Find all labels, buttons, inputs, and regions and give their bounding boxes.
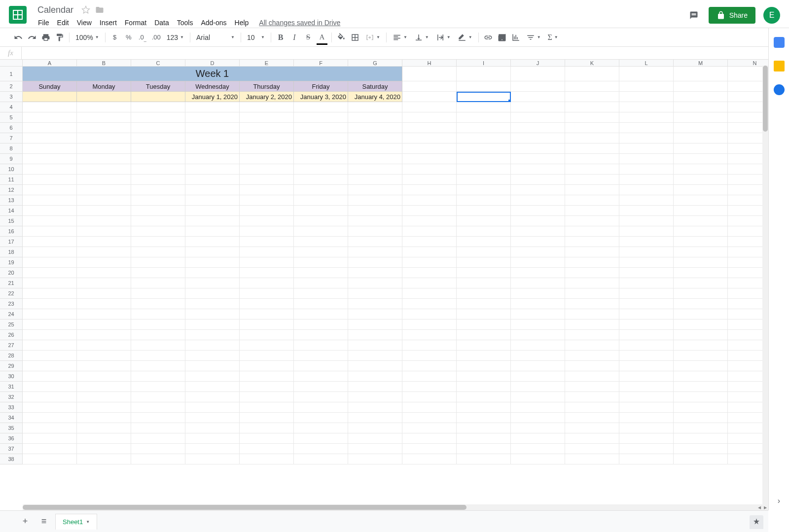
cell-L2[interactable] — [619, 81, 674, 92]
cell-I31[interactable] — [457, 382, 511, 392]
cell-M5[interactable] — [674, 112, 728, 123]
cell-E13[interactable] — [240, 195, 294, 206]
cell-E26[interactable] — [240, 330, 294, 340]
scroll-left-icon[interactable]: ◀ — [756, 504, 762, 510]
cell-J26[interactable] — [511, 330, 565, 340]
column-header-D[interactable]: D — [185, 60, 240, 67]
cell-C2[interactable]: Tuesday — [131, 81, 185, 92]
cell-J28[interactable] — [511, 351, 565, 361]
cell-B4[interactable] — [77, 102, 131, 112]
cell-B16[interactable] — [77, 226, 131, 237]
cell-E14[interactable] — [240, 206, 294, 216]
cell-J17[interactable] — [511, 237, 565, 247]
cell-K26[interactable] — [565, 330, 619, 340]
percent-icon[interactable]: % — [122, 31, 135, 44]
row-header-25[interactable]: 25 — [0, 319, 23, 330]
cell-I13[interactable] — [457, 195, 511, 206]
cell-A32[interactable] — [23, 392, 77, 402]
cell-K34[interactable] — [565, 413, 619, 423]
cell-B5[interactable] — [77, 112, 131, 123]
chart-icon[interactable] — [509, 31, 522, 44]
functions-dropdown[interactable]: Σ▼ — [545, 31, 561, 44]
cell-K10[interactable] — [565, 164, 619, 175]
cell-I36[interactable] — [457, 433, 511, 444]
cell-J12[interactable] — [511, 185, 565, 195]
cell-G16[interactable] — [348, 226, 402, 237]
cell-G17[interactable] — [348, 237, 402, 247]
cell-J30[interactable] — [511, 371, 565, 382]
all-sheets-button[interactable]: ≡ — [36, 514, 51, 529]
cell-D19[interactable] — [185, 257, 240, 268]
cell-E2[interactable]: Thursday — [240, 81, 294, 92]
cell-K11[interactable] — [565, 175, 619, 185]
cell-K2[interactable] — [565, 81, 619, 92]
column-header-M[interactable]: M — [674, 60, 728, 67]
cell-B12[interactable] — [77, 185, 131, 195]
cell-E8[interactable] — [240, 143, 294, 154]
cell-B38[interactable] — [77, 454, 131, 464]
cell-B30[interactable] — [77, 371, 131, 382]
cell-K25[interactable] — [565, 319, 619, 330]
cell-C15[interactable] — [131, 216, 185, 226]
column-header-F[interactable]: F — [294, 60, 348, 67]
cell-D21[interactable] — [185, 278, 240, 288]
cell-C19[interactable] — [131, 257, 185, 268]
font-size-dropdown[interactable]: 10▼ — [244, 31, 268, 44]
column-header-B[interactable]: B — [77, 60, 131, 67]
cell-E4[interactable] — [240, 102, 294, 112]
cell-F26[interactable] — [294, 330, 348, 340]
cell-A37[interactable] — [23, 444, 77, 454]
cell-I26[interactable] — [457, 330, 511, 340]
cell-G12[interactable] — [348, 185, 402, 195]
cell-H19[interactable] — [402, 257, 457, 268]
cell-J34[interactable] — [511, 413, 565, 423]
cell-C23[interactable] — [131, 299, 185, 309]
cell-C33[interactable] — [131, 402, 185, 413]
cell-M11[interactable] — [674, 175, 728, 185]
cell-B13[interactable] — [77, 195, 131, 206]
move-folder-icon[interactable] — [95, 5, 104, 14]
cell-D33[interactable] — [185, 402, 240, 413]
menu-help[interactable]: Help — [231, 17, 252, 29]
cell-F9[interactable] — [294, 154, 348, 164]
cell-A25[interactable] — [23, 319, 77, 330]
cell-H24[interactable] — [402, 309, 457, 319]
row-header-15[interactable]: 15 — [0, 216, 23, 226]
cell-L13[interactable] — [619, 195, 674, 206]
cell-B11[interactable] — [77, 175, 131, 185]
cell-F38[interactable] — [294, 454, 348, 464]
cell-L8[interactable] — [619, 143, 674, 154]
text-color-button[interactable]: A — [316, 31, 328, 44]
cell-M4[interactable] — [674, 102, 728, 112]
cell-A5[interactable] — [23, 112, 77, 123]
cell-D6[interactable] — [185, 123, 240, 133]
cell-K19[interactable] — [565, 257, 619, 268]
cell-F14[interactable] — [294, 206, 348, 216]
cell-A38[interactable] — [23, 454, 77, 464]
cell-G36[interactable] — [348, 433, 402, 444]
cell-H18[interactable] — [402, 247, 457, 257]
cell-I24[interactable] — [457, 309, 511, 319]
cell-I2[interactable] — [457, 81, 511, 92]
row-header-11[interactable]: 11 — [0, 175, 23, 185]
cell-C17[interactable] — [131, 237, 185, 247]
cell-G32[interactable] — [348, 392, 402, 402]
row-header-26[interactable]: 26 — [0, 330, 23, 340]
cell-M25[interactable] — [674, 319, 728, 330]
cell-M1[interactable] — [674, 67, 728, 81]
cell-G25[interactable] — [348, 319, 402, 330]
row-header-33[interactable]: 33 — [0, 402, 23, 413]
cell-E25[interactable] — [240, 319, 294, 330]
cell-D29[interactable] — [185, 361, 240, 371]
cell-A17[interactable] — [23, 237, 77, 247]
cell-C27[interactable] — [131, 340, 185, 351]
cell-G10[interactable] — [348, 164, 402, 175]
cell-F28[interactable] — [294, 351, 348, 361]
row-header-29[interactable]: 29 — [0, 361, 23, 371]
cell-L24[interactable] — [619, 309, 674, 319]
font-dropdown[interactable]: Arial▼ — [193, 31, 238, 44]
cell-A22[interactable] — [23, 288, 77, 299]
cell-H11[interactable] — [402, 175, 457, 185]
cell-E19[interactable] — [240, 257, 294, 268]
horizontal-scrollbar[interactable] — [23, 504, 762, 510]
